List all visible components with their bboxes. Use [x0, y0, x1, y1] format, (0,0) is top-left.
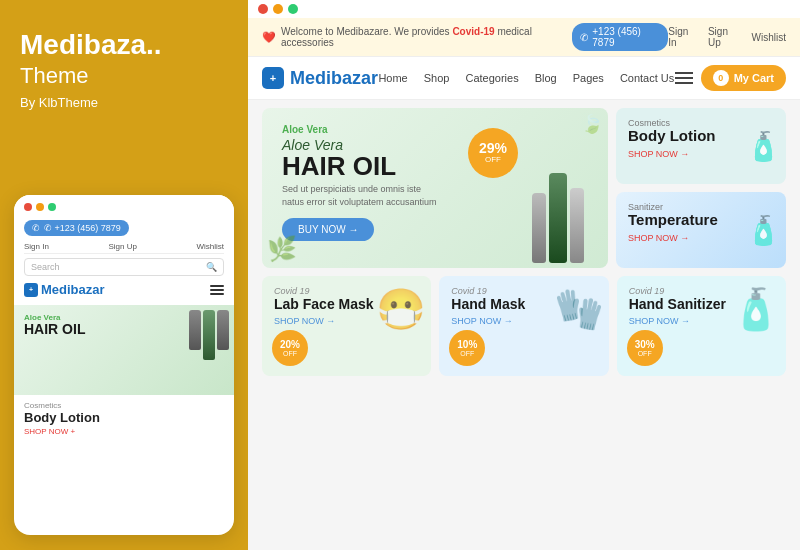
welcome-icon: ❤️ — [262, 31, 276, 44]
nav-home[interactable]: Home — [378, 72, 407, 84]
bottom-card-hand-sanitizer[interactable]: Covid 19 Hand Sanitizer SHOP NOW → 30% O… — [617, 276, 786, 376]
phone-badge[interactable]: ✆ +123 (456) 7879 — [572, 23, 668, 51]
hamburger-line — [675, 77, 693, 79]
mobile-search-placeholder: Search — [31, 262, 60, 272]
side-card-2-image: 🧴 — [746, 214, 781, 247]
app-by: By KlbTheme — [20, 95, 228, 110]
hero-discount-pct: 29% — [479, 141, 507, 156]
mobile-signin[interactable]: Sign In — [24, 242, 49, 251]
app-subtitle: Theme — [20, 63, 228, 89]
dot-yellow — [36, 203, 44, 211]
mobile-bottle-3 — [217, 310, 229, 350]
nav-hamburger-icon[interactable] — [675, 72, 693, 84]
discount-pct-2: 10% — [457, 339, 477, 350]
discount-sub-3: OFF — [638, 350, 652, 358]
mobile-logo-icon: + — [24, 283, 38, 297]
bottom-card-1-visual: 😷 — [376, 286, 426, 333]
bottom-card-2-visual: 🧤 — [554, 286, 604, 333]
mobile-top-bar: ✆ ✆ +123 (456) 7879 Sign In Sign Up Wish… — [14, 195, 234, 305]
mobile-signup[interactable]: Sign Up — [108, 242, 136, 251]
side-card-sanitizer[interactable]: Sanitizer Temperature SHOP NOW → 🧴 — [616, 192, 786, 268]
hero-bottle-1 — [532, 193, 546, 263]
hero-leaf-top-decoration: 🍃 — [581, 113, 603, 135]
hero-description: Sed ut perspiciatis unde omnis iste natu… — [282, 183, 442, 208]
nav-logo-icon: + — [262, 67, 284, 89]
discount-pct-1: 20% — [280, 339, 300, 350]
side-card-body-lotion[interactable]: Cosmetics Body Lotion SHOP NOW → 🧴 — [616, 108, 786, 184]
left-panel: Medibaza.. Theme By KlbTheme ✆ ✆ +123 (4… — [0, 0, 248, 550]
desktop-dot-yellow — [273, 4, 283, 14]
sign-in-link[interactable]: Sign In — [668, 26, 696, 48]
mobile-wishlist[interactable]: Wishlist — [196, 242, 224, 251]
phone-icon: ✆ — [580, 32, 588, 43]
mobile-bottle-1 — [189, 310, 201, 350]
cart-label: My Cart — [734, 72, 774, 84]
bottom-card-2-discount: 10% OFF — [449, 330, 485, 366]
mobile-logo-row: + Medibazar — [24, 282, 224, 297]
dot-green — [48, 203, 56, 211]
discount-sub-2: OFF — [460, 350, 474, 358]
nav-logo-text: Medibazar — [290, 68, 378, 89]
hero-banner: Aloe Vera Aloe Vera HAIR OIL Sed ut pers… — [262, 108, 608, 268]
bottom-card-3-shop-text: SHOP NOW → — [629, 316, 690, 326]
mobile-search-bar[interactable]: Search 🔍 — [24, 258, 224, 276]
app-title: Medibaza.. — [20, 30, 228, 61]
mobile-hamburger-icon[interactable] — [210, 285, 224, 295]
nav-links: Home Shop Categories Blog Pages Contact … — [378, 72, 674, 84]
desktop-dot-red — [258, 4, 268, 14]
bottom-card-hand-mask[interactable]: Covid 19 Hand Mask SHOP NOW → 10% OFF 🧤 — [439, 276, 608, 376]
main-content: Aloe Vera Aloe Vera HAIR OIL Sed ut pers… — [248, 100, 800, 276]
mobile-shop-now-link[interactable]: SHOP NOW + — [24, 427, 224, 436]
hero-bottle-3 — [570, 188, 584, 263]
bottom-cards-row: Covid 19 Lab Face Mask SHOP NOW → 20% OF… — [248, 276, 800, 384]
wishlist-link[interactable]: Wishlist — [752, 32, 786, 43]
nav-categories[interactable]: Categories — [465, 72, 518, 84]
hamburger-line — [675, 82, 693, 84]
cart-button[interactable]: 0 My Cart — [701, 65, 786, 91]
hamburger-line — [210, 289, 224, 291]
mobile-bottle-2 — [203, 310, 215, 360]
hero-bottle-2 — [549, 173, 567, 263]
side-card-1-shop-text: SHOP NOW → — [628, 149, 689, 159]
bottom-card-face-mask[interactable]: Covid 19 Lab Face Mask SHOP NOW → 20% OF… — [262, 276, 431, 376]
nav-contact[interactable]: Contact Us — [620, 72, 674, 84]
phone-number: +123 (456) 7879 — [592, 26, 660, 48]
mobile-hero-banner: Aloe Vera HAIR OIL — [14, 305, 234, 395]
hamburger-line — [210, 293, 224, 295]
bottom-card-3-visual: 🧴 — [731, 286, 781, 333]
nav-blog[interactable]: Blog — [535, 72, 557, 84]
sign-up-link[interactable]: Sign Up — [708, 26, 740, 48]
nav-bar: + Medibazar Home Shop Categories Blog Pa… — [248, 57, 800, 100]
mobile-body-lotion-card: Cosmetics Body Lotion SHOP NOW + — [14, 395, 234, 442]
phone-icon: ✆ — [32, 223, 40, 233]
announcement-left: ❤️ Welcome to Medibazare. We provides Co… — [262, 23, 668, 51]
side-cards: Cosmetics Body Lotion SHOP NOW → 🧴 Sanit… — [616, 108, 786, 268]
mobile-logo-text: Medibazar — [41, 282, 105, 297]
nav-logo[interactable]: + Medibazar — [262, 67, 378, 89]
bottom-card-1-shop-text: SHOP NOW → — [274, 316, 335, 326]
mobile-phone-number: ✆ +123 (456) 7879 — [44, 223, 121, 233]
nav-shop[interactable]: Shop — [424, 72, 450, 84]
mobile-card-title: Body Lotion — [24, 410, 224, 425]
mobile-mockup: ✆ ✆ +123 (456) 7879 Sign In Sign Up Wish… — [14, 195, 234, 535]
nav-pages[interactable]: Pages — [573, 72, 604, 84]
mobile-phone-badge[interactable]: ✆ ✆ +123 (456) 7879 — [24, 220, 129, 236]
mobile-dots — [24, 203, 224, 211]
desktop-dot-green — [288, 4, 298, 14]
nav-actions: 0 My Cart — [675, 65, 786, 91]
hamburger-line — [210, 285, 224, 287]
mobile-search-icon: 🔍 — [206, 262, 217, 272]
mobile-hero-bottles — [189, 310, 229, 360]
bottom-card-3-discount: 30% OFF — [627, 330, 663, 366]
desktop-top-bar — [248, 0, 800, 18]
hero-leaf-decoration: 🌿 — [267, 235, 297, 263]
side-card-1-image: 🧴 — [746, 130, 781, 163]
discount-pct-3: 30% — [635, 339, 655, 350]
mobile-shop-now-text: SHOP NOW + — [24, 427, 75, 436]
announcement-text: Welcome to Medibazare. We provides Covid… — [281, 26, 567, 48]
bottom-card-2-shop-text: SHOP NOW → — [451, 316, 512, 326]
desktop-mockup: ❤️ Welcome to Medibazare. We provides Co… — [248, 0, 800, 550]
mobile-nav-links: Sign In Sign Up Wishlist — [24, 240, 224, 254]
dot-red — [24, 203, 32, 211]
covid-link[interactable]: Covid-19 — [452, 26, 494, 37]
